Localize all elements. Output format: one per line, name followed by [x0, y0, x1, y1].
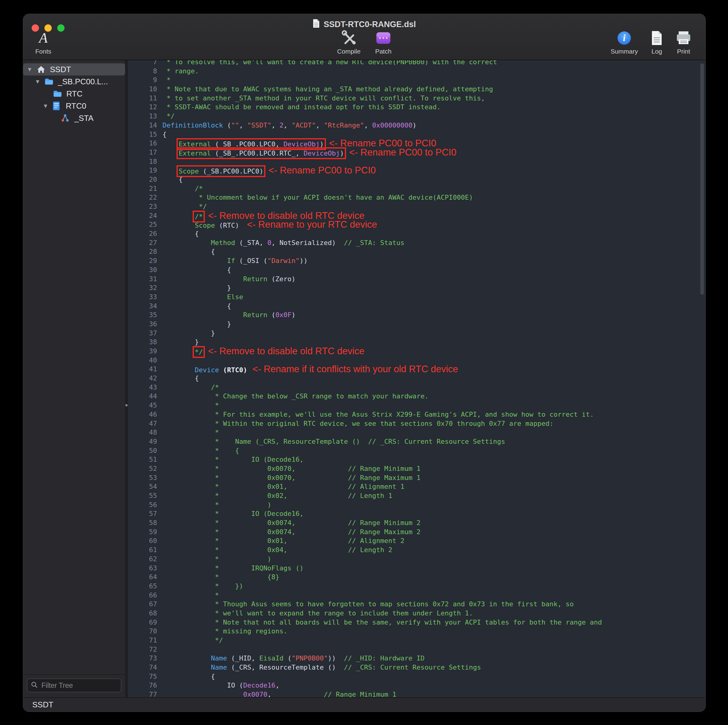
code-line-27[interactable]: 27 Method (_STA, 0, NotSerialized) // _S…	[128, 238, 705, 248]
code-line-74[interactable]: 74 Name (_CRS, ResourceTemplate () // _C…	[128, 663, 705, 672]
code-line-66[interactable]: 66 *	[128, 591, 705, 600]
code-editor[interactable]: 7 * To resolve this, we'll want to creat…	[128, 60, 705, 697]
line-number: 9	[128, 75, 162, 85]
code-line-25[interactable]: 25 Scope (RTC) <- Rename to your RTC dev…	[128, 220, 705, 229]
code-line-15[interactable]: 15{	[128, 130, 705, 139]
code-line-7[interactable]: 7 * To resolve this, we'll want to creat…	[128, 60, 705, 67]
toolbar-fonts-button[interactable]: AFonts	[35, 30, 51, 55]
code-line-73[interactable]: 73 Name (_HID, EisaId ("PNP0B00")) // _H…	[128, 654, 705, 663]
code-line-61[interactable]: 61 * 0x04, // Length 2	[128, 545, 705, 555]
line-number: 48	[128, 428, 162, 437]
code-line-57[interactable]: 57 * IO (Decode16,	[128, 509, 705, 519]
code-line-76[interactable]: 76 IO (Decode16,	[128, 681, 705, 690]
code-line-23[interactable]: 23 */	[128, 202, 705, 211]
code-line-42[interactable]: 42 {	[128, 374, 705, 383]
toolbar-compile-button[interactable]: Compile	[337, 30, 361, 55]
line-number: 63	[128, 564, 162, 573]
code-line-9[interactable]: 9 *	[128, 75, 705, 85]
code-line-41[interactable]: 41 Device (RTC0) <- Rename if it conflic…	[128, 365, 705, 374]
editor-scrollbar-thumb[interactable]	[700, 63, 704, 295]
code-line-38[interactable]: 38 }	[128, 338, 705, 347]
pane-splitter[interactable]	[125, 60, 128, 697]
sidebar-bottom	[23, 674, 125, 697]
code-line-39[interactable]: 39 */ <- Remove to disable old RTC devic…	[128, 347, 705, 356]
code-line-43[interactable]: 43 /*	[128, 383, 705, 392]
code-line-36[interactable]: 36 }	[128, 320, 705, 329]
code-line-30[interactable]: 30 {	[128, 265, 705, 275]
code-line-55[interactable]: 55 * 0x02, // Length 1	[128, 491, 705, 500]
filter-tree-input[interactable]	[41, 681, 117, 690]
toolbar-print-button[interactable]: Print	[676, 30, 691, 55]
code-line-17[interactable]: 17 External (_SB_.PC00.LPC0.RTC_, Device…	[128, 148, 705, 157]
code-line-20[interactable]: 20 {	[128, 175, 705, 184]
code-line-35[interactable]: 35 Return (0x0F)	[128, 310, 705, 320]
sidebar-item-sta[interactable]: _STA	[23, 112, 125, 124]
code-line-65[interactable]: 65 * })	[128, 582, 705, 591]
code-line-62[interactable]: 62 * )	[128, 555, 705, 564]
code-line-16[interactable]: 16 External (_SB_.PC00.LPC0, DeviceObj) …	[128, 139, 705, 148]
sidebar-item-sb-pc00-l[interactable]: ▾_SB.PC00.L...	[23, 75, 125, 88]
code-line-51[interactable]: 51 * IO (Decode16,	[128, 455, 705, 464]
code-line-56[interactable]: 56 * )	[128, 500, 705, 509]
code-line-67[interactable]: 67 * Though Asus seems to have forgotten…	[128, 600, 705, 609]
toolbar-patch-button[interactable]: Patch	[375, 30, 392, 55]
code-line-48[interactable]: 48 *	[128, 428, 705, 437]
filter-tree-field[interactable]	[27, 678, 121, 693]
code-line-50[interactable]: 50 * {	[128, 446, 705, 455]
code-line-60[interactable]: 60 * 0x01, // Alignment 2	[128, 536, 705, 545]
code-line-53[interactable]: 53 * 0x0070, // Range Maximum 1	[128, 473, 705, 482]
line-number: 74	[128, 663, 162, 672]
code-line-26[interactable]: 26 {	[128, 229, 705, 238]
chevron-down-icon[interactable]: ▾	[28, 66, 37, 73]
code-line-31[interactable]: 31 Return (Zero)	[128, 275, 705, 284]
code-line-8[interactable]: 8 * range.	[128, 67, 705, 76]
code-line-54[interactable]: 54 * 0x01, // Alignment 1	[128, 482, 705, 491]
sidebar-item-ssdt[interactable]: ▾SSDT	[23, 63, 125, 75]
code-line-24[interactable]: 24 /* <- Remove to disable old RTC devic…	[128, 211, 705, 220]
chevron-down-icon[interactable]: ▾	[44, 102, 52, 110]
toolbar-left: AFonts	[35, 30, 51, 55]
code-line-71[interactable]: 71 */	[128, 636, 705, 645]
code-line-59[interactable]: 59 * 0x0074, // Range Maximum 2	[128, 528, 705, 537]
code-line-72[interactable]: 72	[128, 645, 705, 654]
code-line-33[interactable]: 33 Else	[128, 292, 705, 301]
code-line-47[interactable]: 47 * Within the original RTC device, we …	[128, 419, 705, 428]
code-line-34[interactable]: 34 {	[128, 301, 705, 311]
code-line-64[interactable]: 64 * {8}	[128, 572, 705, 582]
code-line-37[interactable]: 37 }	[128, 329, 705, 338]
toolbar-summary-button[interactable]: iSummary	[610, 30, 638, 55]
code-line-19[interactable]: 19 Scope (_SB.PC00.LPC0) <- Rename PC00 …	[128, 166, 705, 175]
code-line-68[interactable]: 68 * we'll want to expand the range to i…	[128, 609, 705, 618]
code-line-40[interactable]: 40	[128, 356, 705, 365]
code-line-28[interactable]: 28 {	[128, 247, 705, 256]
code-line-75[interactable]: 75 {	[128, 672, 705, 681]
code-line-11[interactable]: 11 * to set another _STA method in your …	[128, 94, 705, 103]
code-line-21[interactable]: 21 /*	[128, 184, 705, 193]
code-line-29[interactable]: 29 If (_OSI ("Darwin"))	[128, 256, 705, 265]
sidebar-item-rtc0[interactable]: ▾RTC0	[23, 100, 125, 112]
sidebar-item-rtc[interactable]: RTC	[23, 88, 125, 100]
splitter-handle-dot	[125, 404, 127, 406]
code-line-12[interactable]: 12 * SSDT-AWAC should be removed and ins…	[128, 102, 705, 112]
code-line-70[interactable]: 70 * missing regions.	[128, 627, 705, 636]
code-line-52[interactable]: 52 * 0x0070, // Range Minimum 1	[128, 464, 705, 473]
tree-item-label: SSDT	[50, 65, 71, 74]
code-line-58[interactable]: 58 * 0x0074, // Range Minimum 2	[128, 519, 705, 528]
status-bar: SSDT	[23, 697, 705, 711]
code-line-77[interactable]: 77 0x0070, // Range Minimum 1	[128, 690, 705, 697]
code-line-32[interactable]: 32 }	[128, 283, 705, 292]
code-line-49[interactable]: 49 * Name (_CRS, ResourceTemplate () // …	[128, 437, 705, 446]
code-line-63[interactable]: 63 * IRQNoFlags ()	[128, 564, 705, 573]
code-line-14[interactable]: 14DefinitionBlock ("", "SSDT", 2, "ACDT"…	[128, 121, 705, 130]
code-line-46[interactable]: 46 * For this example, we'll use the Asu…	[128, 410, 705, 419]
code-line-18[interactable]: 18	[128, 157, 705, 166]
code-line-44[interactable]: 44 * Change the below _CSR range to matc…	[128, 392, 705, 401]
code-line-10[interactable]: 10 * Note that due to AWAC systems havin…	[128, 85, 705, 94]
code-line-22[interactable]: 22 * Uncomment below if your ACPI doesn'…	[128, 193, 705, 202]
toolbar-log-button[interactable]: Log	[651, 30, 663, 55]
code-line-45[interactable]: 45 *	[128, 401, 705, 410]
code-line-13[interactable]: 13 */	[128, 112, 705, 121]
code-line-69[interactable]: 69 * Note that not all boards will be th…	[128, 618, 705, 627]
chevron-down-icon[interactable]: ▾	[36, 78, 44, 86]
line-number: 44	[128, 392, 162, 401]
